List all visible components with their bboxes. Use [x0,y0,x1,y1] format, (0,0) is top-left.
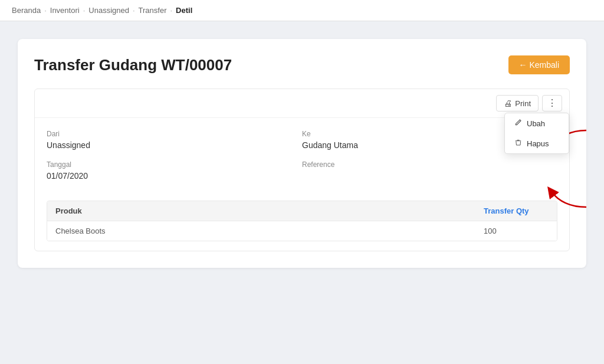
edit-icon [514,119,522,128]
ubah-label: Ubah [527,119,545,128]
reference-label: Reference [302,160,557,169]
separator-2: · [83,6,86,15]
produk-value: Chelsea Boots [55,227,484,235]
detail-section: 🖨 Print ⋮ Ubah [34,88,570,251]
print-button[interactable]: 🖨 Print [496,95,539,112]
trash-icon [514,139,522,148]
hapus-label: Hapus [527,139,549,148]
table-row: Chelsea Boots 100 [47,221,557,241]
print-icon: 🖨 [504,99,512,108]
info-grid: Dari Unassigned Ke Gudang Utama Tanggal … [35,118,569,201]
breadcrumb-beranda[interactable]: Beranda [12,6,41,15]
dropdown-item-hapus[interactable]: Hapus [505,133,569,153]
col-qty-header: Transfer Qty [484,206,549,215]
col-produk-header: Produk [55,206,484,215]
tanggal-label: Tanggal [47,160,302,169]
separator-3: · [133,6,135,15]
dropdown-menu: Ubah Hapus [504,113,569,154]
breadcrumb-detil: Detil [176,6,192,15]
more-button[interactable]: ⋮ [542,95,562,112]
kembali-button[interactable]: ← Kembali [508,55,570,74]
page-title: Transfer Gudang WT/00007 [34,56,232,74]
reference-cell: Reference [302,160,557,191]
dari-cell: Dari Unassigned [47,130,302,160]
dari-value: Unassigned [47,140,302,150]
table-header-row: Produk Transfer Qty [47,201,557,221]
qty-value: 100 [484,227,549,235]
breadcrumb-transfer[interactable]: Transfer [139,6,167,15]
dari-label: Dari [47,130,302,138]
separator-4: · [170,6,172,15]
svg-rect-0 [516,140,521,141]
breadcrumb-inventori[interactable]: Inventori [50,6,80,15]
top-bar: Beranda · Inventori · Unassigned · Trans… [0,0,604,21]
tanggal-cell: Tanggal 01/07/2020 [47,160,302,191]
tanggal-value: 01/07/2020 [47,171,302,181]
dropdown-item-ubah[interactable]: Ubah [505,113,569,133]
separator-1: · [44,6,47,15]
main-card: Transfer Gudang WT/00007 ← Kembali 🖨 Pri… [18,39,586,268]
breadcrumb-unassigned[interactable]: Unassigned [88,6,129,15]
product-table: Produk Transfer Qty Chelsea Boots 100 [47,201,557,241]
